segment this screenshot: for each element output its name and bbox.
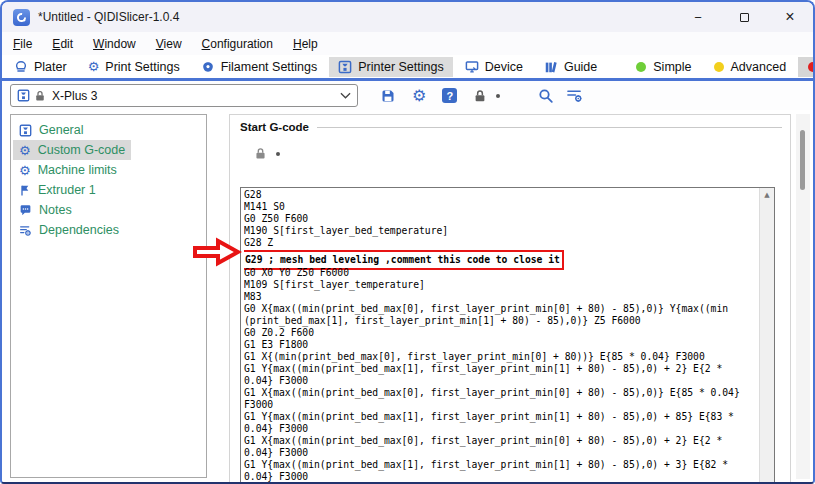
- tab-label: Device: [485, 60, 523, 74]
- start-gcode-editor[interactable]: G28M141 S0G0 Z50 F600M190 S[first_layer_…: [240, 187, 775, 484]
- gcode-line: F3000: [244, 399, 758, 411]
- mode-label: Advanced: [731, 60, 787, 74]
- tab-bar: Plater ⚙ Print Settings Filament Setting…: [2, 55, 813, 78]
- gcode-line: G1 Y{max((min(print_bed_max[1], first_la…: [244, 411, 758, 423]
- extruder-pin-icon: [19, 184, 31, 197]
- printer-icon: [338, 60, 352, 74]
- gcode-line: M190 S[first_layer_bed_temperature]: [244, 225, 758, 237]
- printer-icon: [17, 89, 30, 102]
- question-mark-icon: ?: [442, 88, 457, 103]
- sidebar-item-label: General: [39, 123, 83, 137]
- option-lock-row: [254, 147, 790, 160]
- annotation-arrow-icon: [192, 237, 242, 267]
- chevron-down-icon: [340, 92, 351, 99]
- menu-edit[interactable]: Edit: [43, 34, 82, 54]
- gcode-line: G1 X{(min(print_bed_max[0], first_layer_…: [244, 351, 758, 363]
- minimize-icon: −: [694, 10, 702, 25]
- books-icon: [544, 60, 558, 74]
- section-rule: [317, 127, 782, 128]
- close-button[interactable]: ×: [767, 2, 813, 32]
- gcode-line: M141 S0: [244, 201, 758, 213]
- custom-gcode-page: Start G-code G28M141 S0G0 Z50 F600M190 S…: [229, 114, 791, 484]
- tab-label: Plater: [34, 60, 67, 74]
- preset-toolbar: X-Plus 3 ⚙ ?: [2, 81, 813, 110]
- gcode-line: G1 Y{max((min(print_bed_max[1], first_la…: [244, 459, 758, 471]
- tab-plater[interactable]: Plater: [5, 57, 76, 77]
- menu-file[interactable]: File: [4, 34, 41, 54]
- gcode-line: G29 ; mesh bed leveling ,comment this co…: [245, 254, 560, 266]
- compare-settings-icon[interactable]: [566, 88, 583, 103]
- gcode-line: G1 X{max((min(print_bed_max[0], first_la…: [244, 387, 758, 399]
- tab-print-settings[interactable]: ⚙ Print Settings: [79, 57, 189, 77]
- modified-dot-icon: [276, 152, 280, 156]
- maximize-button[interactable]: [721, 2, 767, 32]
- gcode-line: G1 X{max((min(print_bed_max[0], first_la…: [244, 435, 758, 447]
- tab-guide[interactable]: Guide: [535, 57, 606, 77]
- lock-icon: [34, 90, 46, 102]
- section-title: Start G-code: [240, 121, 309, 133]
- tab-label: Filament Settings: [221, 60, 318, 74]
- gcode-line: G28 Z: [244, 237, 758, 249]
- close-icon: ×: [785, 8, 794, 26]
- plater-icon: [14, 60, 28, 74]
- menu-view[interactable]: View: [147, 34, 191, 54]
- gear-icon: ⚙: [19, 164, 31, 177]
- sidebar-item-custom-gcode[interactable]: ⚙ Custom G-code: [13, 140, 131, 160]
- tab-filament-settings[interactable]: Filament Settings: [192, 57, 327, 77]
- mode-simple[interactable]: Simple: [626, 57, 701, 77]
- sidebar-item-label: Dependencies: [39, 223, 119, 237]
- sidebar-item-label: Notes: [39, 203, 72, 217]
- maximize-icon: [740, 13, 749, 22]
- settings-content: General ⚙ Custom G-code ⚙ Machine limits…: [2, 110, 813, 482]
- gcode-line: M109 S[first_layer_temperature]: [244, 279, 758, 291]
- printer-preset-combobox[interactable]: X-Plus 3: [10, 84, 358, 107]
- help-button[interactable]: ?: [442, 88, 457, 103]
- sidebar-item-extruder-1[interactable]: Extruder 1: [13, 180, 102, 200]
- menu-bar: File Edit Window View Configuration Help: [2, 32, 813, 55]
- tab-device[interactable]: Device: [456, 57, 532, 77]
- menu-help[interactable]: Help: [284, 34, 327, 54]
- tab-printer-settings[interactable]: Printer Settings: [329, 57, 452, 77]
- sidebar-item-machine-limits[interactable]: ⚙ Machine limits: [13, 160, 123, 180]
- sidebar-item-label: Machine limits: [38, 163, 117, 177]
- title-bar: *Untitled - QIDISlicer-1.0.4 − ×: [2, 2, 813, 32]
- gcode-line: G1 Y{max((min(print_bed_max[1], first_la…: [244, 363, 758, 375]
- tab-label: Printer Settings: [358, 60, 443, 74]
- sidebar-item-general[interactable]: General: [13, 120, 89, 140]
- page-scrollbar-thumb[interactable]: [800, 130, 805, 190]
- advanced-mode-dot-icon: [714, 62, 724, 72]
- editor-scrollbar[interactable]: ▲: [759, 188, 774, 484]
- monitor-icon: [465, 60, 479, 74]
- sidebar-item-notes[interactable]: Notes: [13, 200, 78, 220]
- section-header: Start G-code: [240, 121, 782, 133]
- mode-expert[interactable]: Expert: [798, 57, 815, 77]
- sidebar-item-dependencies[interactable]: Dependencies: [13, 220, 125, 240]
- speech-bubble-icon: [19, 204, 32, 217]
- gcode-line: G0 Z50 F600: [244, 213, 758, 225]
- app-logo-icon: [13, 9, 30, 26]
- scroll-up-arrow-icon[interactable]: ▲: [760, 191, 774, 199]
- gcode-line: 0.04} F3000: [244, 471, 758, 483]
- gcode-line: M83: [244, 291, 758, 303]
- mode-advanced[interactable]: Advanced: [704, 57, 797, 77]
- minimize-button[interactable]: −: [675, 2, 721, 32]
- tab-label: Guide: [564, 60, 597, 74]
- gcode-line: G1 E3 F1800: [244, 339, 758, 351]
- page-scrollbar[interactable]: [796, 114, 810, 479]
- lock-button[interactable]: [473, 89, 487, 103]
- tab-label: Print Settings: [105, 60, 179, 74]
- gcode-text[interactable]: G28M141 S0G0 Z50 F600M190 S[first_layer_…: [244, 189, 758, 484]
- gcode-line: G0 Z0.2 F600: [244, 327, 758, 339]
- window-title: *Untitled - QIDISlicer-1.0.4: [38, 10, 179, 24]
- lock-icon[interactable]: [254, 147, 267, 160]
- gcode-line: (print_bed_max[1], first_layer_print_min…: [244, 315, 758, 327]
- menu-configuration[interactable]: Configuration: [193, 34, 282, 54]
- gcode-line: G28: [244, 189, 758, 201]
- sidebar-item-label: Custom G-code: [38, 143, 126, 157]
- menu-window[interactable]: Window: [84, 34, 145, 54]
- mode-label: Simple: [653, 60, 691, 74]
- preset-settings-gear-icon[interactable]: ⚙: [412, 88, 426, 104]
- save-preset-button[interactable]: [380, 88, 396, 104]
- app-window: *Untitled - QIDISlicer-1.0.4 − × File Ed…: [0, 0, 815, 484]
- search-button[interactable]: [538, 88, 554, 104]
